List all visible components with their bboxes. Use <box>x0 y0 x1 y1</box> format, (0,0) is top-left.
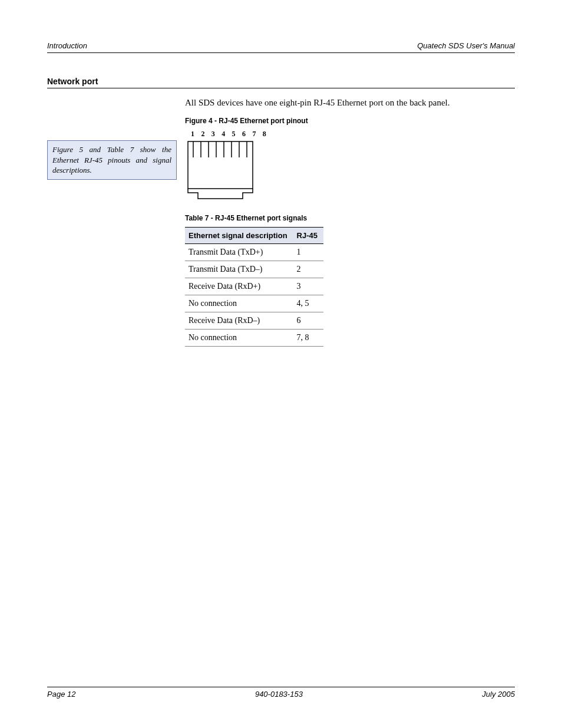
cell-desc: Receive Data (RxD+) <box>185 278 293 295</box>
cell-pin: 1 <box>293 244 323 261</box>
header-right: Quatech SDS User's Manual <box>417 41 515 50</box>
cell-desc: No connection <box>185 295 293 312</box>
footer-right: July 2005 <box>482 690 515 699</box>
cell-desc: Transmit Data (TxD–) <box>185 261 293 278</box>
figure-caption: Figure 4 - RJ-45 Ethernet port pinout <box>185 117 515 125</box>
table-row: No connection 4, 5 <box>185 295 323 312</box>
page-footer: Page 12 940-0183-153 July 2005 <box>47 687 515 699</box>
cell-pin: 2 <box>293 261 323 278</box>
table-row: No connection 7, 8 <box>185 330 323 347</box>
section-title: Network port <box>47 77 515 88</box>
cell-pin: 4, 5 <box>293 295 323 312</box>
table-row: Receive Data (RxD+) 3 <box>185 278 323 295</box>
footer-left: Page 12 <box>47 690 75 699</box>
th-pin: RJ-45 <box>293 228 323 244</box>
svg-rect-0 <box>188 141 253 189</box>
rj45-connector-icon <box>185 139 262 203</box>
cell-pin: 7, 8 <box>293 330 323 347</box>
table-header-row: Ethernet signal description RJ-45 <box>185 228 323 244</box>
cell-pin: 6 <box>293 312 323 330</box>
callout-box: Figure 5 and Table 7 show the Ethernet R… <box>47 140 177 180</box>
cell-desc: Receive Data (RxD–) <box>185 312 293 330</box>
cell-desc: No connection <box>185 330 293 347</box>
header-left: Introduction <box>47 41 87 50</box>
page: Introduction Quatech SDS User's Manual N… <box>0 0 562 728</box>
body-area: Figure 5 and Table 7 show the Ethernet R… <box>47 97 515 347</box>
table-row: Receive Data (RxD–) 6 <box>185 312 323 330</box>
cell-pin: 3 <box>293 278 323 295</box>
table-row: Transmit Data (TxD–) 2 <box>185 261 323 278</box>
intro-paragraph: All SDS devices have one eight-pin RJ-45… <box>185 97 515 108</box>
pin-labels: 1 2 3 4 5 6 7 8 <box>191 130 515 139</box>
th-desc: Ethernet signal description <box>185 228 293 244</box>
table-row: Transmit Data (TxD+) 1 <box>185 244 323 261</box>
left-column: Figure 5 and Table 7 show the Ethernet R… <box>47 97 177 180</box>
page-header: Introduction Quatech SDS User's Manual <box>47 41 515 53</box>
rj45-figure: 1 2 3 4 5 6 7 8 <box>185 130 515 203</box>
footer-center: 940-0183-153 <box>255 690 303 699</box>
signals-table: Ethernet signal description RJ-45 Transm… <box>185 227 323 347</box>
table-caption: Table 7 - RJ-45 Ethernet port signals <box>185 214 515 222</box>
right-column: All SDS devices have one eight-pin RJ-45… <box>177 97 515 347</box>
cell-desc: Transmit Data (TxD+) <box>185 244 293 261</box>
